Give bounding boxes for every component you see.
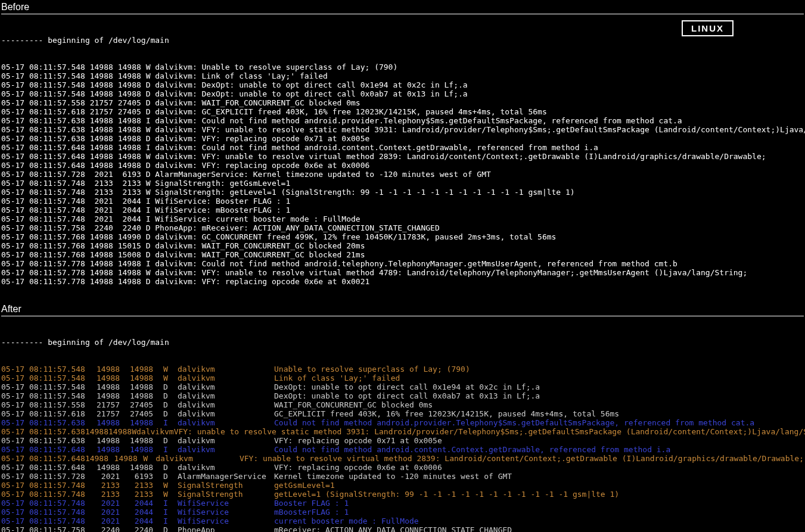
log-row: 05-17 08:11:57.6481498814988WdalvikvmVFY… <box>1 454 804 463</box>
log-level: D <box>163 400 178 409</box>
log-time: 05-17 08:11:57.648 <box>1 454 85 463</box>
log-tid: 2044 <box>130 508 163 517</box>
log-time: 05-17 08:11:57.548 <box>1 365 97 374</box>
log-tag: dalvikvm <box>178 374 274 382</box>
log-time: 05-17 08:11:57.728 <box>1 472 97 481</box>
log-time: 05-17 08:11:57.758 <box>1 525 97 532</box>
log-tid: 14988 <box>114 454 144 463</box>
log-pid: 14988 <box>97 418 130 427</box>
log-tag: WifiService <box>178 517 274 525</box>
log-level: D <box>163 382 178 391</box>
log-pid: 2133 <box>97 481 130 490</box>
log-tid: 14988 <box>130 382 163 391</box>
log-row: 05-17 08:11:57.748 2133 2133WSignalStren… <box>1 490 804 499</box>
log-level: D <box>163 391 178 400</box>
divider <box>1 316 804 316</box>
log-pid: 2021 <box>97 472 130 481</box>
log-time: 05-17 08:11:57.618 <box>1 409 97 418</box>
log-row: 05-17 08:11:57.758 2240 2240DPhoneAppmRe… <box>1 525 804 532</box>
log-line: 05-17 08:11:57.648 14988 14988 D dalvikv… <box>1 161 804 170</box>
log-level: I <box>163 418 178 427</box>
log-msg: mBoosterFLAG : 1 <box>274 508 804 517</box>
after-heading: After <box>1 304 804 313</box>
log-tid: 14988 <box>130 418 163 427</box>
log-level: I <box>163 508 178 517</box>
log-tid: 14988 <box>130 463 163 472</box>
log-tid: 14988 <box>130 445 163 454</box>
log-level: D <box>163 436 178 445</box>
log-tag: SignalStrength <box>178 481 274 490</box>
log-row: 05-17 08:11:57.6481498814988DdalvikvmVFY… <box>1 463 804 472</box>
log-tag: dalvikvm <box>178 463 274 472</box>
log-time: 05-17 08:11:57.748 <box>1 481 97 490</box>
log-msg: VFY: unable to resolve static method 393… <box>174 427 805 436</box>
log-line: 05-17 08:11:57.778 14988 14988 I dalvikv… <box>1 259 804 268</box>
log-row: 05-17 08:11:57.748 2021 2044IWifiService… <box>1 508 804 517</box>
log-msg: WAIT_FOR_CONCURRENT_GC blocked 0ms <box>274 400 804 409</box>
log-line: 05-17 08:11:57.638 14988 14988 D dalvikv… <box>1 134 804 143</box>
log-pid: 14988 <box>85 454 114 463</box>
log-pid: 14988 <box>85 427 108 436</box>
log-tid: 27405 <box>130 400 163 409</box>
log-row: 05-17 08:11:57.748 2021 2044IWifiService… <box>1 517 804 525</box>
log-pid: 14988 <box>97 391 130 400</box>
log-tid: 14988 <box>130 436 163 445</box>
log-msg: getLevel=1 (SignalStrength: 99 -1 -1 -1 … <box>274 490 804 499</box>
log-pid: 21757 <box>97 400 130 409</box>
log-pid: 2133 <box>97 490 130 499</box>
log-time: 05-17 08:11:57.748 <box>1 490 97 499</box>
log-msg: Link of class 'Lay;' failed <box>274 374 804 382</box>
log-line: 05-17 08:11:57.638 14988 14988 I dalvikv… <box>1 116 804 125</box>
log-row: 05-17 08:11:57.6381498814988WdalvikvmVFY… <box>1 427 804 436</box>
log-tag: dalvikvm <box>178 365 274 374</box>
log-tid: 14988 <box>130 365 163 374</box>
log-time: 05-17 08:11:57.638 <box>1 436 97 445</box>
log-line: 05-17 08:11:57.618 21757 27405 D dalvikv… <box>1 107 804 116</box>
log-msg: DexOpt: unable to opt direct call 0x0ab7… <box>274 391 804 400</box>
log-line: 05-17 08:11:57.748 2021 2044 I WifiServi… <box>1 197 804 206</box>
log-tag: WifiService <box>178 508 274 517</box>
log-msg: Kernel timezone updated to -120 minutes … <box>274 472 804 481</box>
log-time: 05-17 08:11:57.548 <box>1 374 97 382</box>
before-heading: Before <box>1 2 804 11</box>
log-tag: dalvikvm <box>178 409 274 418</box>
log-pid: 14988 <box>97 445 130 454</box>
log-tid: 2133 <box>130 481 163 490</box>
log-time: 05-17 08:11:57.558 <box>1 400 97 409</box>
log-line: 05-17 08:11:57.778 14988 14988 W dalvikv… <box>1 268 804 277</box>
log-pid: 14988 <box>97 436 130 445</box>
log-tag: dalvikvm <box>136 427 174 436</box>
log-pid: 2021 <box>97 517 130 525</box>
log-line: 05-17 08:11:57.778 14988 14988 D dalvikv… <box>1 277 804 286</box>
log-msg: Unable to resolve superclass of Lay; (79… <box>274 365 804 374</box>
log-row: 05-17 08:11:57.6481498814988IdalvikvmCou… <box>1 445 804 454</box>
log-tag: WifiService <box>178 499 274 508</box>
log-line: 05-17 08:11:57.638 14988 14988 W dalvikv… <box>1 125 804 134</box>
log-time: 05-17 08:11:57.548 <box>1 382 97 391</box>
log-row: 05-17 08:11:57.5481498814988DdalvikvmDex… <box>1 382 804 391</box>
log-tag: dalvikvm <box>156 454 240 463</box>
log-level: I <box>163 445 178 454</box>
log-line: 05-17 08:11:57.768 14988 14990 D dalvikv… <box>1 232 804 241</box>
log-pid: 14988 <box>97 365 130 374</box>
log-tag: dalvikvm <box>178 436 274 445</box>
log-msg: Could not find method android.provider.T… <box>274 418 804 427</box>
log-line: 05-17 08:11:57.648 14988 14988 W dalvikv… <box>1 152 804 161</box>
log-msg: current booster mode : FullMode <box>274 517 804 525</box>
log-msg: GC_EXPLICIT freed 403K, 16% free 12023K/… <box>274 409 804 418</box>
log-row: 05-17 08:11:57.6381498814988IdalvikvmCou… <box>1 418 804 427</box>
log-line: 05-17 08:11:57.768 14988 15015 D dalvikv… <box>1 241 804 250</box>
log-pid: 21757 <box>97 409 130 418</box>
log-tag: AlarmManagerService <box>178 472 274 481</box>
log-row: 05-17 08:11:57.728 2021 6193DAlarmManage… <box>1 472 804 481</box>
log-line: 05-17 08:11:57.548 14988 14988 W dalvikv… <box>1 63 804 71</box>
log-time: 05-17 08:11:57.638 <box>1 427 85 436</box>
log-time: 05-17 08:11:57.748 <box>1 508 97 517</box>
log-tid: 14988 <box>130 374 163 382</box>
after-log: --------- beginning of /dev/log/main 05-… <box>1 319 804 532</box>
log-line: 05-17 08:11:57.748 2021 2044 I WifiServi… <box>1 206 804 214</box>
log-level: D <box>163 409 178 418</box>
log-tag: dalvikvm <box>178 391 274 400</box>
log-row: 05-17 08:11:57.5481498814988DdalvikvmDex… <box>1 391 804 400</box>
log-level: D <box>163 472 178 481</box>
